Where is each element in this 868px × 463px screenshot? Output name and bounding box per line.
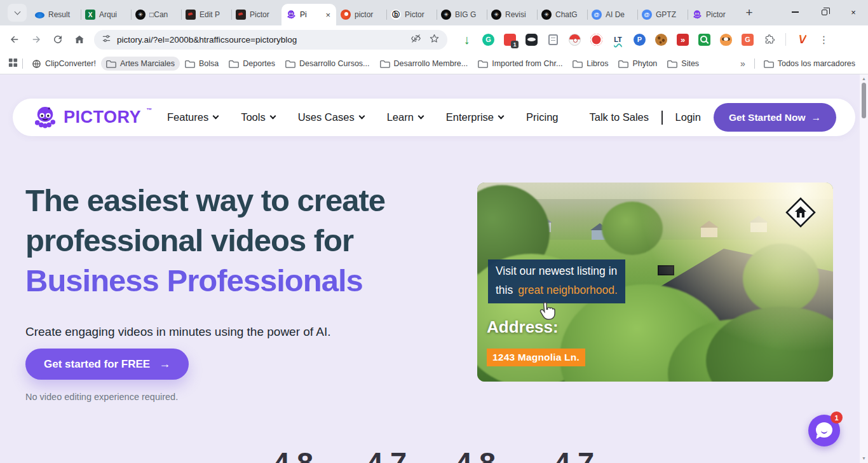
get-started-now-button[interactable]: Get Started Now → — [714, 103, 836, 132]
reload-button[interactable] — [47, 29, 69, 50]
screen-recorder-icon[interactable] — [587, 31, 606, 49]
bookmark-clipconverter[interactable]: ClipConverter! — [27, 57, 101, 71]
grammarly-icon[interactable]: G — [479, 31, 498, 49]
fast-forward-extension-icon[interactable]: » — [674, 31, 692, 49]
header-divider — [661, 111, 663, 125]
nav-pricing[interactable]: Pricing — [526, 111, 558, 123]
page-scrollbar[interactable]: ▲ ▼ — [860, 74, 868, 463]
apps-grid-icon[interactable] — [8, 57, 18, 70]
card-extension-icon[interactable]: 1 — [501, 31, 519, 49]
back-button[interactable] — [4, 29, 25, 50]
mask-extension-icon[interactable] — [522, 31, 541, 49]
pictory-logo[interactable]: PICTORY ™ — [32, 104, 152, 131]
tab-search-button[interactable] — [8, 4, 27, 22]
bookmark-folder-deportes[interactable]: Deportes — [224, 57, 280, 71]
browser-tab[interactable]: ✳ ChatG — [537, 4, 587, 25]
site-info-icon[interactable] — [102, 34, 111, 46]
talk-to-sales-link[interactable]: Talk to Sales — [590, 111, 649, 123]
g-square-extension-icon[interactable]: G — [738, 31, 757, 49]
profile-avatar[interactable]: V — [793, 31, 811, 49]
bookmarks-overflow-button[interactable]: » — [735, 59, 750, 69]
nav-tools[interactable]: Tools — [241, 111, 275, 123]
nav-enterprise[interactable]: Enterprise — [446, 111, 503, 123]
bookmark-folder-libros[interactable]: Libros — [567, 57, 613, 71]
bookmark-folder-imported[interactable]: Imported from Chr... — [473, 57, 567, 71]
chevron-down-icon — [269, 113, 276, 120]
extensions-puzzle-icon[interactable] — [760, 31, 778, 49]
nav-features[interactable]: Features — [167, 111, 218, 123]
arrow-right-icon: → — [159, 357, 170, 371]
browser-menu-button[interactable]: ⋮ — [815, 31, 833, 49]
preview-hidden-icon[interactable] — [410, 33, 421, 46]
bookmark-folder-bolsa[interactable]: Bolsa — [180, 57, 224, 71]
hero-note: No video editing experience required. — [25, 392, 178, 402]
browser-tab[interactable]: X Arqui — [81, 4, 131, 25]
window-controls: × — [780, 0, 868, 24]
restore-icon — [822, 10, 827, 15]
comet-icon — [341, 10, 351, 20]
bookmark-folder-desarrollo-membre[interactable]: Desarrollo Membre... — [375, 57, 473, 71]
all-bookmarks-button[interactable]: Todos los marcadores — [759, 57, 860, 71]
clipboard-scan-icon[interactable] — [544, 31, 562, 49]
browser-tab[interactable]: Pictor — [231, 4, 281, 25]
browser-tab[interactable]: @ GPTZ — [637, 4, 688, 25]
bookmark-folder-artes-marciales[interactable]: Artes Marciales — [101, 57, 180, 71]
tab-label: Pictor — [405, 10, 432, 19]
scroll-down-arrow[interactable]: ▼ — [862, 454, 866, 462]
folder-icon — [573, 60, 583, 68]
get-started-free-button[interactable]: Get started for FREE → — [25, 349, 189, 380]
chat-widget-button[interactable]: 1 — [808, 415, 840, 446]
robot-extension-icon[interactable] — [717, 31, 735, 49]
url-bar[interactable]: pictory.ai/?el=2000b&htrafficsource=pict… — [94, 30, 447, 50]
chatgpt-icon: ✳ — [541, 10, 552, 20]
browser-tab[interactable]: Pictor — [688, 4, 738, 25]
video-thumbnail[interactable]: Visit our newest listing in thisgreat ne… — [477, 183, 833, 382]
browser-tab[interactable]: ⓑ Pictor — [386, 4, 437, 25]
bookmark-star-icon[interactable] — [429, 33, 440, 46]
chevron-down-icon — [417, 113, 424, 120]
browser-tab[interactable]: ✳ □Can — [131, 4, 181, 25]
browser-tab[interactable]: Result — [31, 4, 81, 25]
browser-tab[interactable]: ✳ Revisi — [487, 4, 537, 25]
at-circle-icon: @ — [592, 10, 602, 20]
maximize-button[interactable] — [810, 0, 839, 24]
extensions-row: ↓ G 1 LT P » G V ⋮ — [458, 31, 833, 49]
browser-tab[interactable]: ✳ BIG G — [437, 4, 487, 25]
pictory-page: PICTORY ™ Features Tools Uses Cases Lear… — [0, 74, 868, 463]
scrollbar-thumb[interactable] — [862, 83, 866, 118]
folder-icon — [106, 60, 116, 68]
minimize-button[interactable] — [780, 0, 810, 24]
toolbar-divider — [785, 33, 786, 46]
bookmark-folder-phyton[interactable]: Phyton — [613, 57, 662, 71]
globe-icon — [32, 59, 41, 69]
login-link[interactable]: Login — [675, 111, 701, 123]
p-circle-extension-icon[interactable]: P — [630, 31, 649, 49]
pokeball-extension-icon[interactable] — [566, 31, 584, 49]
pictory-octopus-icon — [286, 10, 296, 20]
scroll-up-arrow[interactable]: ▲ — [862, 74, 866, 82]
caption-highlight: great neighborhood. — [518, 284, 618, 296]
browser-tab[interactable]: pictor — [336, 4, 386, 25]
nav-learn[interactable]: Learn — [387, 111, 423, 123]
image-search-extension-icon[interactable] — [695, 31, 714, 49]
close-tab-icon[interactable]: × — [324, 11, 332, 19]
chatgpt-icon: ✳ — [135, 10, 146, 20]
languagetool-icon[interactable]: LT — [609, 31, 627, 49]
close-window-button[interactable]: × — [839, 0, 868, 24]
forward-button[interactable] — [25, 29, 47, 50]
tab-label: Pictor — [706, 10, 733, 19]
bookmark-folder-desarrollo-cursos[interactable]: Desarrollo Cursos... — [280, 57, 374, 71]
browser-tab[interactable]: Edit P — [181, 4, 231, 25]
browser-tab[interactable]: @ AI De — [587, 4, 637, 25]
chevron-down-icon — [14, 9, 20, 15]
new-tab-button[interactable]: + — [740, 4, 758, 22]
bookmark-folder-sites[interactable]: Sites — [662, 57, 704, 71]
url-text[interactable]: pictory.ai/?el=2000b&htrafficsource=pict… — [117, 35, 410, 45]
browser-tab-active[interactable]: Pi × — [281, 4, 336, 25]
folder-icon — [380, 60, 390, 68]
home-button[interactable] — [69, 29, 90, 50]
video-downloader-icon[interactable]: ↓ — [458, 31, 476, 49]
chat-notification-badge: 1 — [831, 411, 843, 424]
cookie-editor-icon[interactable] — [652, 31, 670, 49]
nav-uses-cases[interactable]: Uses Cases — [298, 111, 364, 123]
